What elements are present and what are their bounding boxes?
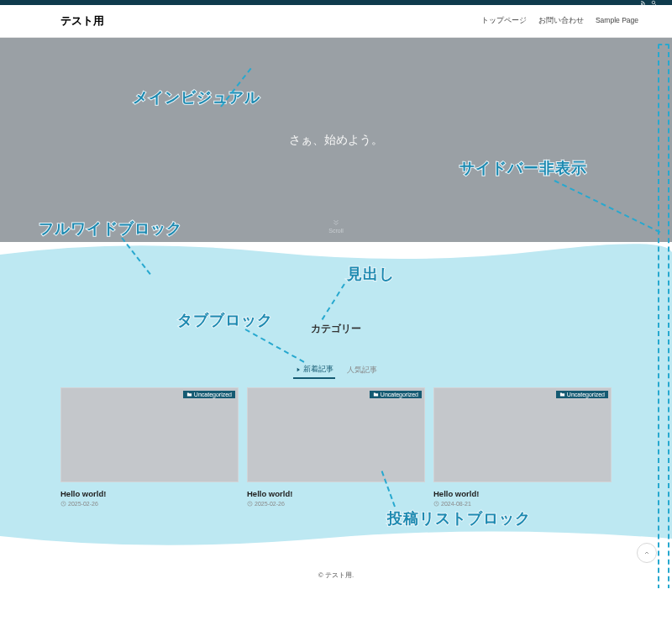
category-badge[interactable]: Uncategorized bbox=[183, 391, 235, 398]
fullwide-block: カテゴリー 新着記事 人気記事 Uncategorized Hello worl… bbox=[0, 242, 672, 549]
folder-icon bbox=[559, 392, 565, 397]
search-icon[interactable] bbox=[648, 0, 657, 7]
wave-bottom bbox=[0, 523, 672, 549]
post-thumbnail: Uncategorized bbox=[433, 387, 612, 482]
nav-item-contact[interactable]: お問い合わせ bbox=[538, 16, 584, 26]
post-title: Hello world! bbox=[247, 489, 425, 498]
post-thumbnail: Uncategorized bbox=[60, 387, 239, 482]
tab-new[interactable]: 新着記事 bbox=[293, 361, 335, 379]
clock-icon bbox=[60, 501, 66, 507]
badge-label: Uncategorized bbox=[381, 392, 418, 397]
post-date: 2024-08-21 bbox=[441, 501, 471, 507]
post-meta: 2024-08-21 bbox=[433, 501, 612, 507]
post-title: Hello world! bbox=[433, 489, 612, 498]
annotation-main-visual: メインビジュアル bbox=[133, 87, 260, 108]
back-to-top-button[interactable] bbox=[637, 543, 657, 563]
nav-item-top[interactable]: トップページ bbox=[481, 16, 527, 26]
hero-text: さぁ、始めよう。 bbox=[289, 133, 383, 148]
primary-nav: トップページ お問い合わせ Sample Page bbox=[481, 16, 638, 26]
clock-icon bbox=[433, 501, 439, 507]
tab-label-popular: 人気記事 bbox=[347, 365, 377, 376]
chevron-up-icon bbox=[643, 550, 650, 556]
scroll-label: Scroll bbox=[328, 228, 344, 234]
rss-icon[interactable] bbox=[638, 0, 646, 7]
site-header: テスト用 トップページ お問い合わせ Sample Page bbox=[0, 5, 672, 38]
annotation-tab-block: タブブロック bbox=[177, 310, 273, 330]
annotation-fullwide: フルワイドブロック bbox=[39, 218, 182, 239]
category-badge[interactable]: Uncategorized bbox=[556, 391, 608, 398]
scroll-indicator[interactable]: Scroll bbox=[328, 218, 344, 234]
post-meta: 2025-02-26 bbox=[247, 501, 425, 507]
folder-icon bbox=[186, 392, 192, 397]
main-visual: さぁ、始めよう。 Scroll bbox=[0, 38, 672, 242]
copyright: © テスト用. bbox=[318, 571, 354, 579]
chevron-double-down-icon bbox=[332, 218, 340, 227]
tab-block: 新着記事 人気記事 bbox=[0, 361, 672, 379]
svg-point-0 bbox=[652, 1, 655, 4]
post-card[interactable]: Uncategorized Hello world! 2025-02-26 bbox=[60, 387, 239, 507]
category-badge[interactable]: Uncategorized bbox=[370, 391, 422, 398]
post-date: 2025-02-26 bbox=[68, 501, 98, 507]
site-title[interactable]: テスト用 bbox=[60, 13, 104, 29]
tab-popular[interactable]: 人気記事 bbox=[345, 361, 379, 379]
annotation-heading: 見出し bbox=[347, 264, 395, 284]
annotation-post-list: 投稿リストブロック bbox=[387, 508, 531, 529]
clock-icon bbox=[247, 501, 253, 507]
site-footer: © テスト用. bbox=[0, 549, 672, 588]
badge-label: Uncategorized bbox=[194, 392, 232, 397]
svg-line-1 bbox=[654, 3, 656, 5]
post-date: 2025-02-26 bbox=[255, 501, 285, 507]
post-title: Hello world! bbox=[60, 489, 239, 498]
nav-item-sample[interactable]: Sample Page bbox=[596, 16, 638, 26]
post-meta: 2025-02-26 bbox=[60, 501, 239, 507]
section-heading: カテゴリー bbox=[0, 322, 672, 336]
badge-label: Uncategorized bbox=[567, 392, 605, 397]
post-card[interactable]: Uncategorized Hello world! 2024-08-21 bbox=[433, 387, 612, 507]
post-thumbnail: Uncategorized bbox=[247, 387, 425, 482]
post-card[interactable]: Uncategorized Hello world! 2025-02-26 bbox=[247, 387, 425, 507]
post-list-block: Uncategorized Hello world! 2025-02-26 Un… bbox=[0, 379, 672, 507]
wave-top bbox=[0, 242, 672, 267]
folder-icon bbox=[373, 392, 379, 397]
annotation-sidebar-box bbox=[658, 44, 669, 588]
caret-right-icon bbox=[295, 366, 302, 373]
tab-label-new: 新着記事 bbox=[303, 364, 333, 375]
annotation-sidebar-hidden: サイドバー非表示 bbox=[459, 158, 587, 178]
